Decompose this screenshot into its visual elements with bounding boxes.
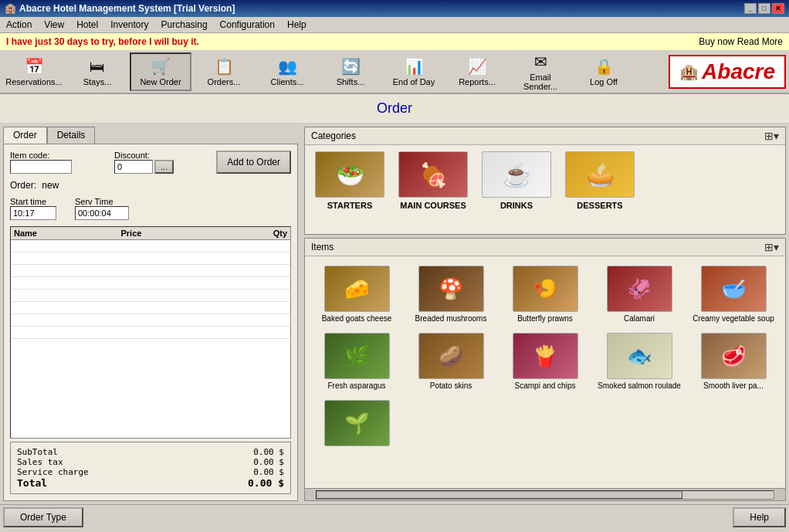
starters-image: 🥗: [315, 151, 384, 198]
item-code-input[interactable]: [10, 160, 72, 174]
order-type-button[interactable]: Order Type: [3, 507, 83, 527]
email-sender-icon: ✉: [534, 53, 547, 71]
reports-button[interactable]: 📈 Reports...: [446, 53, 508, 91]
new-order-icon: 🛒: [151, 57, 171, 76]
reports-icon: 📈: [468, 57, 487, 76]
categories-view-icon[interactable]: ⊞▾: [764, 130, 779, 142]
menu-configuration[interactable]: Configuration: [217, 19, 278, 31]
minimize-button[interactable]: _: [744, 3, 757, 14]
item-scampi-and-chips[interactable]: 🍟 Scampi and chips: [499, 330, 591, 394]
potato-skins-image: 🥔: [418, 333, 484, 379]
buy-now-link[interactable]: Buy now: [699, 36, 734, 47]
item-smoked-salmon-roulade[interactable]: 🐟 Smoked salmon roulade: [594, 330, 685, 394]
end-of-day-button[interactable]: 📊 End of Day: [383, 53, 445, 91]
scampi-and-chips-label: Scampi and chips: [515, 381, 576, 391]
items-header: Items ⊞▾: [305, 239, 785, 256]
category-starters[interactable]: 🥗 STARTERS: [311, 151, 388, 210]
category-main-courses[interactable]: 🍖 MAIN COURSES: [394, 151, 472, 210]
reports-label: Reports...: [459, 77, 496, 86]
desserts-image: 🥧: [565, 151, 635, 198]
new-order-button[interactable]: 🛒 New Order: [130, 53, 191, 91]
menu-inventory[interactable]: Inventory: [107, 19, 151, 31]
order-info: Start time Serv Time: [10, 197, 291, 220]
tab-order[interactable]: Order: [3, 127, 47, 144]
discount-input[interactable]: [114, 160, 153, 174]
discount-group: Discount: ...: [114, 151, 174, 174]
item-code-group: Item code:: [10, 151, 72, 174]
right-panel: Categories ⊞▾ 🥗 STARTERS 🍖 MAIN COURSES: [301, 124, 789, 504]
toolbar: 📅 Reservations... 🛏 Stays... 🛒 New Order…: [0, 51, 789, 94]
sales-tax-value: 0.00 $: [253, 457, 284, 467]
log-off-label: Log Off: [590, 77, 618, 86]
stays-icon: 🛏: [90, 58, 105, 76]
subtotal-row: SubTotal 0.00 $: [17, 447, 284, 457]
table-row: [11, 302, 290, 314]
help-button[interactable]: Help: [733, 507, 786, 527]
item-fresh-asparagus[interactable]: 🌿 Fresh asparagus: [311, 330, 402, 394]
category-drinks[interactable]: ☕ DRINKS: [478, 151, 555, 210]
start-time-input[interactable]: [10, 206, 56, 220]
clients-button[interactable]: 👥 Clients...: [256, 53, 318, 91]
table-row: [11, 277, 290, 290]
maximize-button[interactable]: □: [758, 3, 770, 14]
order-table: Name Price Qty: [10, 226, 291, 439]
item-smooth-liver-pate[interactable]: 🥩 Smooth liver pa...: [688, 330, 779, 394]
table-row: [11, 240, 290, 252]
read-more-link[interactable]: Read More: [737, 36, 783, 47]
page-title: Order: [377, 100, 412, 116]
total-label: Total: [17, 477, 47, 489]
smooth-liver-pate-image: 🥩: [701, 333, 767, 379]
tab-details[interactable]: Details: [47, 127, 96, 144]
stays-button[interactable]: 🛏 Stays...: [66, 53, 128, 91]
items-grid-container[interactable]: 🧀 Baked goats cheese 🍄 Breaded mushrooms…: [305, 256, 785, 488]
menu-view[interactable]: View: [41, 19, 67, 31]
item-creamy-vegetable-soup[interactable]: 🥣 Creamy vegetable soup: [688, 263, 779, 327]
item-butterfly-prawns[interactable]: 🍤 Butterfly prawns: [499, 263, 591, 327]
items-scrollbar[interactable]: [305, 488, 785, 500]
menu-hotel[interactable]: Hotel: [73, 19, 101, 31]
table-row: [11, 265, 290, 277]
main-courses-label: MAIN COURSES: [400, 201, 466, 210]
ad-bar: I have just 30 days to try, before I wil…: [0, 33, 789, 51]
baked-goats-cheese-image: 🧀: [324, 266, 390, 312]
menu-bar: Action View Hotel Inventory Purchasing C…: [0, 17, 789, 33]
close-button[interactable]: ✕: [772, 3, 784, 14]
subtotal-value: 0.00 $: [253, 447, 284, 457]
item-extra-1[interactable]: 🌱: [311, 397, 402, 452]
service-charge-row: Service charge 0.00 $: [17, 467, 284, 477]
starters-label: STARTERS: [327, 201, 372, 210]
smoked-salmon-roulade-label: Smoked salmon roulade: [598, 381, 681, 391]
orders-button[interactable]: 📋 Orders...: [193, 53, 255, 91]
order-value: new: [42, 180, 59, 191]
col-price: Price: [118, 227, 216, 240]
order-items-table: Name Price Qty: [11, 227, 290, 339]
serv-time-input[interactable]: [75, 206, 129, 220]
reservations-button[interactable]: 📅 Reservations...: [3, 53, 65, 91]
item-potato-skins[interactable]: 🥔 Potato skins: [405, 330, 496, 394]
page-title-bar: Order: [0, 94, 789, 124]
log-off-button[interactable]: 🔒 Log Off: [573, 53, 635, 91]
menu-action[interactable]: Action: [3, 19, 35, 31]
col-name: Name: [11, 227, 118, 240]
categories-title: Categories: [311, 130, 356, 141]
desserts-label: DESSERTS: [577, 201, 622, 210]
log-off-icon: 🔒: [594, 57, 614, 76]
butterfly-prawns-label: Butterfly prawns: [517, 314, 573, 324]
logo-icon: 🏨: [679, 63, 699, 81]
browse-button[interactable]: ...: [154, 160, 174, 174]
service-charge-value: 0.00 $: [253, 467, 284, 477]
email-sender-button[interactable]: ✉ Email Sender...: [510, 53, 571, 91]
shifts-button[interactable]: 🔄 Shifts...: [320, 53, 381, 91]
end-of-day-label: End of Day: [393, 77, 435, 86]
order-tabs: Order Details: [3, 127, 298, 144]
menu-purchasing[interactable]: Purchasing: [158, 19, 211, 31]
category-desserts[interactable]: 🥧 DESSERTS: [561, 151, 638, 210]
menu-help[interactable]: Help: [284, 19, 310, 31]
add-to-order-button[interactable]: Add to Order: [216, 151, 291, 174]
order-form: Item code: Order: new Discount:: [3, 144, 298, 501]
items-view-icon[interactable]: ⊞▾: [764, 241, 779, 253]
item-breaded-mushrooms[interactable]: 🍄 Breaded mushrooms: [405, 263, 496, 327]
item-baked-goats-cheese[interactable]: 🧀 Baked goats cheese: [311, 263, 402, 327]
item-calamari[interactable]: 🦑 Calamari: [594, 263, 685, 327]
breaded-mushrooms-label: Breaded mushrooms: [415, 314, 487, 324]
